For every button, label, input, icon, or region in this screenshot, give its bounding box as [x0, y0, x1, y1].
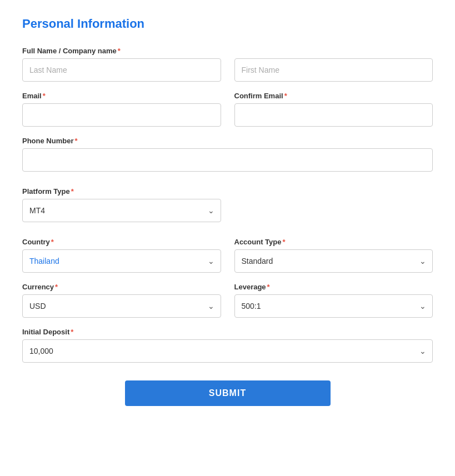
phone-row: Phone Number* [22, 137, 433, 172]
account-type-group: Account Type* Standard Premium VIP ⌄ [234, 238, 433, 273]
country-select[interactable]: Thailand USA UK Singapore Japan [22, 249, 221, 273]
currency-leverage-row: Currency* USD EUR GBP JPY ⌄ Leverage* 50… [22, 283, 433, 318]
platform-type-select[interactable]: MT4 MT5 [22, 199, 221, 222]
email-label: Email* [22, 92, 221, 100]
phone-group: Phone Number* [22, 137, 433, 172]
deposit-select-wrapper: 10,000 5,000 1,000 ⌄ [22, 339, 433, 363]
first-name-label [234, 47, 433, 55]
platform-select-wrapper: MT4 MT5 ⌄ [22, 199, 221, 222]
first-name-input[interactable] [234, 58, 433, 82]
leverage-select-wrapper: 500:1 400:1 200:1 100:1 ⌄ [234, 294, 433, 318]
currency-select-wrapper: USD EUR GBP JPY ⌄ [22, 294, 221, 318]
leverage-label: Leverage* [234, 283, 433, 291]
first-name-group [234, 47, 433, 82]
country-select-wrapper: Thailand USA UK Singapore Japan ⌄ [22, 249, 221, 273]
account-type-select[interactable]: Standard Premium VIP [234, 249, 433, 273]
email-row: Email* Confirm Email* [22, 92, 433, 127]
platform-row: Platform Type* MT4 MT5 ⌄ [22, 187, 433, 222]
submit-button[interactable]: SUBMIT [125, 380, 331, 406]
currency-select[interactable]: USD EUR GBP JPY [22, 294, 221, 318]
country-label: Country* [22, 238, 221, 246]
currency-group: Currency* USD EUR GBP JPY ⌄ [22, 283, 221, 318]
email-group: Email* [22, 92, 221, 127]
country-group: Country* Thailand USA UK Singapore Japan… [22, 238, 221, 273]
phone-label: Phone Number* [22, 137, 433, 145]
currency-label: Currency* [22, 283, 221, 291]
full-name-row: Full Name / Company name* [22, 47, 433, 82]
deposit-label: Initial Deposit* [22, 328, 433, 336]
confirm-email-label: Confirm Email* [234, 92, 433, 100]
required-star: * [118, 47, 121, 55]
email-input[interactable] [22, 103, 221, 127]
country-account-row: Country* Thailand USA UK Singapore Japan… [22, 238, 433, 273]
page-title: Personal Information [22, 17, 433, 31]
platform-empty [234, 187, 433, 222]
last-name-group: Full Name / Company name* [22, 47, 221, 82]
confirm-email-group: Confirm Email* [234, 92, 433, 127]
deposit-select[interactable]: 10,000 5,000 1,000 [22, 339, 433, 363]
personal-info-form: Full Name / Company name* Email* Confirm… [22, 47, 433, 406]
account-type-label: Account Type* [234, 238, 433, 246]
submit-row: SUBMIT [22, 380, 433, 406]
deposit-group: Initial Deposit* 10,000 5,000 1,000 ⌄ [22, 328, 433, 363]
last-name-input[interactable] [22, 58, 221, 82]
platform-type-group: Platform Type* MT4 MT5 ⌄ [22, 187, 221, 222]
account-type-select-wrapper: Standard Premium VIP ⌄ [234, 249, 433, 273]
deposit-row: Initial Deposit* 10,000 5,000 1,000 ⌄ [22, 328, 433, 363]
platform-type-label: Platform Type* [22, 187, 221, 196]
leverage-group: Leverage* 500:1 400:1 200:1 100:1 ⌄ [234, 283, 433, 318]
phone-input[interactable] [22, 148, 433, 172]
confirm-email-input[interactable] [234, 103, 433, 127]
full-name-label: Full Name / Company name* [22, 47, 221, 55]
leverage-select[interactable]: 500:1 400:1 200:1 100:1 [234, 294, 433, 318]
